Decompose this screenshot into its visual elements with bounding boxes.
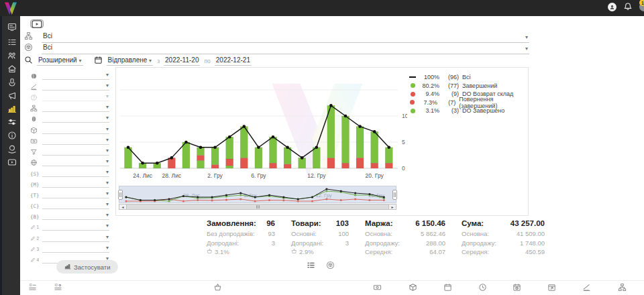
date-to-input[interactable]: 2022-12-21 [215,56,252,66]
filter-token-s-select[interactable]: ▾ [42,168,109,177]
sidebar-item-customers[interactable] [2,51,22,63]
sidebar-item-orders[interactable] [2,38,22,50]
filter-sphere-row: ▾ [30,70,109,80]
chevron-down-icon: ▾ [525,46,528,52]
apply-button[interactable]: Застосувати [56,260,118,274]
filter-token-m-select[interactable]: ▾ [42,179,109,188]
navigator-point [125,200,127,202]
navigator-point [168,198,170,200]
filter-token-b-select[interactable]: ▾ [42,211,109,220]
filter-unknown-row: ▾ [30,91,109,101]
legend-item[interactable]: 80.2%(77)Завершений [409,82,528,91]
line-point [373,130,376,133]
filter-package-row: ▾ [30,124,109,134]
bar-segment [342,163,350,168]
bar-segment [356,127,364,158]
dashboard-icon [7,22,17,34]
sidebar-item-support[interactable] [2,144,22,156]
bar-segment [270,137,277,163]
navigator-left-handle[interactable] [118,190,123,200]
funnel-icon [30,148,39,156]
navigator-point [125,196,127,198]
toolbar-banknote-button[interactable] [372,283,382,294]
list-icon [307,260,315,272]
filter-unknown-select[interactable]: ▾ [42,93,109,101]
x-axis-tick: 2. Гру [207,172,223,179]
sidebar-item-tutorials[interactable] [2,158,22,170]
view-toggle-products-view[interactable] [325,261,335,271]
date-field-select[interactable]: Відправлене ▾ [107,56,154,66]
filter-payment-select[interactable]: ▾ [42,136,109,145]
fingerprint-icon [30,115,39,123]
line-point [213,146,217,150]
filter-custom-3-select[interactable]: ▾ [42,244,109,253]
filter-level-select[interactable]: ▾ [42,82,109,91]
filter-sphere-select[interactable]: ▾ [42,71,109,80]
filter-funnel-select[interactable]: ▾ [42,147,109,156]
filter-fingerprint-select[interactable]: ▾ [42,114,109,123]
legend-line-marker [409,76,416,78]
toolbar-calendar-export-button[interactable] [546,283,557,294]
calendar-clock-icon [513,282,521,294]
ruler-icon [30,83,39,91]
filter-custom-1-select[interactable]: ▾ [42,222,109,231]
sidebar-item-info[interactable] [2,131,22,143]
filter-custom-2-row: 2▾ [30,232,109,242]
sidebar-item-dashboard[interactable] [2,22,22,34]
filter-products-row: Всі ▾ [24,44,529,54]
filter-globe-select[interactable]: ▾ [42,158,109,166]
toolbar-ruler-button[interactable] [581,283,592,294]
help-video-button[interactable] [30,19,44,28]
filter-structure-select[interactable]: ▾ [42,103,109,112]
filter-package-select[interactable]: ▾ [42,125,109,134]
search-mode-select[interactable]: Розширений ▾ [37,56,83,66]
filter-globe-row: ▾ [30,156,109,166]
toolbar-clock-button[interactable] [477,283,488,294]
statuses-select[interactable]: Всі ▾ [42,32,529,43]
sidebar-item-statistics[interactable] [2,104,22,116]
filter-custom-3-row: 3▾ [30,243,109,253]
legend-item[interactable]: 100%(96)Всі [409,73,528,82]
line-point [170,156,174,160]
chart-scrollbar[interactable]: ◂ ▸ [119,204,396,210]
scroll-left-arrow-icon[interactable]: ◂ [119,204,127,209]
calendar-icon [443,282,452,294]
navigator-point [311,196,313,198]
toolbar-calendar-button[interactable] [442,283,453,294]
toolbar-basket-button[interactable] [212,283,223,294]
toolbar-id-o-badge-button[interactable]: ID [52,283,63,294]
chart-navigator[interactable]: 28. Лис5. Гру12. Гру18. Гру [119,186,396,203]
bar-segment [371,163,378,168]
chevron-down-icon: ▾ [106,191,109,196]
scrollbar-thumb[interactable] [127,204,388,209]
app-logo-icon[interactable] [3,1,19,16]
chevron-down-icon: ▾ [106,105,109,110]
filter-token-t-select[interactable]: ▾ [42,190,109,198]
id-badge-icon: ID [28,282,37,294]
bar-segment [168,158,175,168]
bar-segment [226,137,233,159]
bar-segment [313,148,320,168]
orders-chart: 051024. Лис28. Лис2. Гру6. Гру12. Гру20.… [117,72,407,183]
toolbar-package-button[interactable] [407,283,418,294]
user-avatar-icon[interactable] [608,3,616,11]
toolbar-calendar-clock-button[interactable] [511,283,522,294]
filter-token-c-select[interactable]: ▾ [42,200,109,209]
id-o-badge-icon: ID [54,282,62,294]
date-from-input[interactable]: 2022-11-20 [164,56,200,66]
scroll-right-arrow-icon[interactable]: ▸ [388,204,396,209]
notifications-bell-icon[interactable] [623,2,633,11]
search-icon[interactable] [24,56,33,66]
legend-item[interactable]: 7.3%(7)Повернення (завершений) [409,99,528,107]
toolbar-id-badge-button[interactable]: ID [27,283,38,294]
filter-custom-2-select[interactable]: ▾ [42,233,109,242]
toolbar-hierarchy-button[interactable] [616,283,627,294]
sidebar-item-store[interactable] [2,64,22,76]
sidebar-item-sales-hand[interactable] [2,78,22,90]
token-icon: {C} [30,203,40,209]
sidebar-item-settings[interactable] [2,117,22,129]
navigator-right-handle[interactable] [392,190,397,200]
products-select[interactable]: Всі ▾ [42,44,529,54]
sidebar-item-marketing[interactable] [2,91,22,103]
view-toggle-orders-view[interactable] [306,261,316,271]
